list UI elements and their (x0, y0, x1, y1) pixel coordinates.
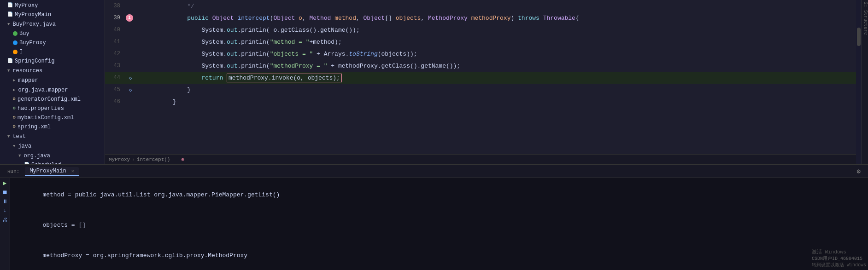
bookmark-icon-45: ◇ (129, 87, 132, 93)
pause-button[interactable]: ⏸ (1, 197, 9, 206)
watermark: 激活 Windows CSDN用户ID_46804015 转到设置以激活 Win… (812, 248, 866, 268)
code-line-46: 46 } (105, 96, 856, 108)
sidebar-item-buyproxy[interactable]: BuyProxy (0, 38, 105, 47)
file-icon: 📄 (7, 11, 13, 19)
csdn-id: CSDN用户ID_46804015 (812, 256, 862, 261)
sidebar-item-buyproxy-java[interactable]: BuyProxy.java (0, 19, 105, 29)
console-text-1: method = public java.util.List org.java.… (42, 191, 280, 198)
class-icon (13, 50, 18, 54)
bookmark-icon: ◇ (129, 75, 132, 81)
breakpoint-indicator[interactable]: 1 (126, 14, 133, 22)
structure-label: 2: Structure (863, 2, 868, 162)
stop-button[interactable]: ⏹ (1, 188, 9, 196)
folder-expand-icon (7, 66, 11, 75)
sidebar-item-test[interactable]: test (0, 132, 105, 141)
sidebar-item-scheduled[interactable]: 📄 Scheduled (0, 161, 105, 164)
console-line-3: methodProxy = org.springframework.cglib.… (14, 241, 864, 270)
goto-settings[interactable]: 转到设置以激活 Windows (812, 263, 866, 268)
print-button[interactable]: 🖨 (1, 216, 9, 224)
console-text-3: methodProxy = org.springframework.cglib.… (42, 252, 247, 259)
sidebar-item-spring-xml[interactable]: ⚙ spring.xml (0, 122, 105, 132)
breadcrumb-separator: › (132, 157, 135, 162)
sidebar-item-hao-properties[interactable]: ⚙ hao.properties (0, 104, 105, 113)
tab-close-icon[interactable]: ✕ (71, 169, 74, 174)
gutter-44: ◇ (126, 75, 135, 81)
xml-file-icon: ⚙ (13, 123, 16, 131)
folder-icon (13, 76, 16, 85)
run-button[interactable]: ▶ (1, 179, 9, 187)
sidebar-item-org-java[interactable]: org.java (0, 151, 105, 161)
side-panel-labels: 4: Favorites 2: Structure (862, 0, 868, 164)
settings-button[interactable]: ⚙ (853, 167, 864, 175)
sidebar-item-myproxy[interactable]: 📄 MyProxy (0, 1, 105, 10)
line-number-44: 44 (105, 75, 126, 81)
bottom-tabs-bar: Run: MyProxyMain ✕ ⚙ (0, 165, 868, 178)
file-icon: 📄 (7, 57, 13, 65)
code-lines-area: 38 */ 39 1 public Object intercept(Objec… (105, 0, 856, 154)
console-line-2: objects = [] (14, 210, 864, 241)
class-icon (13, 31, 18, 36)
error-indicator: ⊕ (181, 156, 184, 162)
code-editor: 38 */ 39 1 public Object intercept(Objec… (105, 0, 856, 164)
closing-brace-class: } (173, 98, 176, 105)
console-text-2: objects = [] (42, 222, 86, 229)
console-line-1: method = public java.util.List org.java.… (14, 180, 864, 210)
class-icon (13, 40, 18, 45)
sidebar-item-java[interactable]: java (0, 141, 105, 151)
file-icon: 📄 (7, 1, 13, 10)
file-icon: 📄 (24, 161, 29, 164)
activate-windows: 激活 Windows (812, 249, 846, 255)
folder-expand-icon (13, 142, 16, 150)
console-left-toolbar: ▶ ⏹ ⏸ ↓ 🖨 (0, 178, 10, 270)
tab-label: MyProxyMain (29, 168, 66, 174)
sidebar-item-generatorconfig[interactable]: ⚙ generatorConfig.xml (0, 95, 105, 104)
breadcrumb: MyProxy › intercept() ⊕ (105, 154, 856, 164)
editor-scrollbar[interactable] (856, 0, 862, 164)
line-number-43: 43 (105, 63, 126, 69)
scrollbar-thumb[interactable] (857, 28, 861, 46)
gutter-39: 1 (126, 14, 135, 22)
line-number-41: 41 (105, 39, 126, 45)
props-file-icon: ⚙ (13, 104, 16, 113)
sidebar-item-myproxymain[interactable]: 📄 MyProxyMain (0, 10, 105, 19)
project-sidebar: 📄 MyProxy 📄 MyProxyMain BuyProxy.java Bu… (0, 0, 105, 164)
line-number-40: 40 (105, 27, 126, 33)
folder-expand-icon (7, 20, 11, 29)
sidebar-item-resources[interactable]: resources (0, 66, 105, 75)
sidebar-item-buy[interactable]: Buy (0, 29, 105, 38)
line-number-45: 45 (105, 86, 126, 93)
gutter-45: ◇ (126, 86, 135, 93)
sidebar-item-springconfig[interactable]: 📄 SpringConfig (0, 57, 105, 66)
line-content-46[interactable]: } (135, 92, 856, 112)
tab-myproxymain[interactable]: MyProxyMain ✕ (25, 167, 78, 176)
xml-file-icon: ⚙ (13, 114, 16, 122)
folder-icon (13, 86, 16, 94)
bottom-panel: Run: MyProxyMain ✕ ⚙ ▶ ⏹ ⏸ ↓ 🖨 method = … (0, 164, 868, 270)
folder-expand-icon (18, 151, 22, 160)
sidebar-item-org-java-mapper[interactable]: org.java.mapper (0, 85, 105, 95)
line-number-42: 42 (105, 51, 126, 57)
run-label: Run: (4, 169, 23, 174)
xml-file-icon: ⚙ (13, 95, 16, 103)
step-over-button[interactable]: ↓ (1, 207, 9, 215)
folder-expand-icon (7, 132, 11, 141)
console-output: method = public java.util.List org.java.… (10, 178, 868, 270)
line-number-38: 38 (105, 3, 126, 9)
sidebar-item-mapper[interactable]: mapper (0, 75, 105, 85)
line-number-39: 39 (105, 15, 126, 21)
breadcrumb-intercept[interactable]: intercept() (137, 157, 170, 162)
sidebar-item-i[interactable]: I (0, 47, 105, 57)
breadcrumb-myproxy[interactable]: MyProxy (109, 157, 130, 162)
line-number-46: 46 (105, 98, 126, 105)
sidebar-item-mybatisconfig[interactable]: ⚙ mybatisConfig.xml (0, 113, 105, 122)
